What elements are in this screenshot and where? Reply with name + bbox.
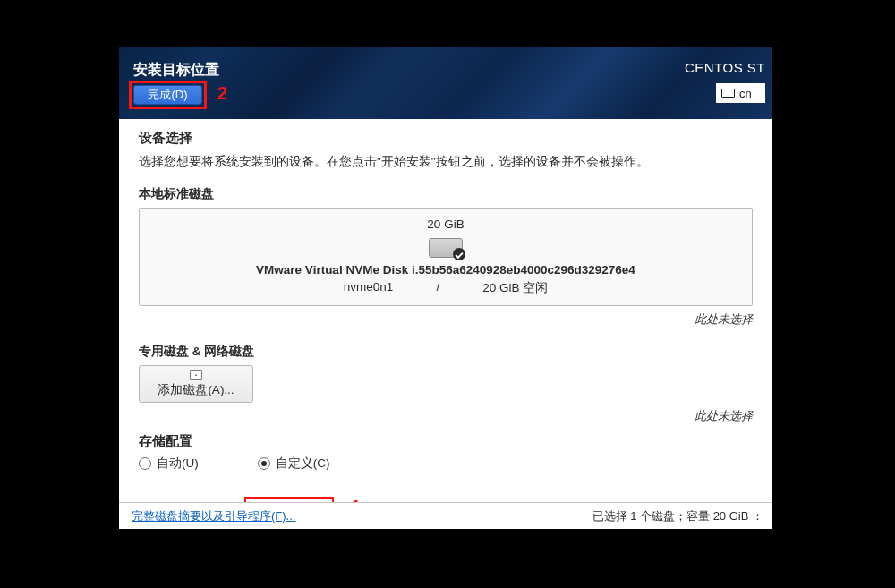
- page-title: 安装目标位置: [133, 61, 219, 80]
- keyboard-icon: [721, 89, 735, 98]
- device-select-desc: 选择您想要将系统安装到的设备。在您点击"开始安装"按钮之前，选择的设备并不会被操…: [139, 154, 753, 170]
- disk-size: 20 GiB: [154, 217, 737, 231]
- annotation-marker-2: 2: [217, 83, 227, 104]
- radio-custom-indicator: [258, 457, 270, 470]
- distro-brand: CENTOS ST: [685, 60, 765, 75]
- body: 设备选择 选择您想要将系统安装到的设备。在您点击"开始安装"按钮之前，选择的设备…: [119, 119, 772, 502]
- radio-auto-indicator: [139, 457, 151, 470]
- special-disks-none-note: 此处未选择: [139, 408, 753, 424]
- disk-dev: nvme0n1: [344, 280, 394, 296]
- add-disk-label: 添加磁盘(A)...: [158, 382, 234, 398]
- add-disk-button[interactable]: 添加磁盘(A)...: [139, 365, 253, 403]
- local-disks-label: 本地标准磁盘: [139, 186, 753, 202]
- disk-sep: /: [436, 280, 439, 296]
- keyboard-layout-label: cn: [739, 87, 752, 100]
- add-disk-icon: [190, 370, 202, 380]
- radio-auto-label: 自动(U): [157, 456, 199, 472]
- hard-disk-icon: [429, 238, 463, 258]
- local-disks-none-note: 此处未选择: [139, 311, 753, 328]
- annotation-box-2: 完成(D): [129, 81, 207, 109]
- done-button[interactable]: 完成(D): [133, 85, 202, 105]
- disk-name: VMware Virtual NVMe Disk i.55b56a6240928…: [154, 263, 737, 277]
- installer-window: 安装目标位置 完成(D) 2 CENTOS ST cn 设备选择 选择您想要将系…: [119, 47, 772, 529]
- disk-details-row: nvme0n1 / 20 GiB 空闲: [154, 280, 737, 296]
- radio-auto[interactable]: 自动(U): [139, 456, 199, 472]
- local-disk-item[interactable]: 20 GiB VMware Virtual NVMe Disk i.55b56a…: [139, 208, 753, 306]
- radio-custom-label: 自定义(C): [276, 456, 330, 472]
- header: 安装目标位置 完成(D) 2 CENTOS ST cn: [119, 47, 772, 119]
- full-disk-summary-link[interactable]: 完整磁盘摘要以及引导程序(F)...: [132, 508, 295, 524]
- special-disks-label: 专用磁盘 & 网络磁盘: [139, 344, 753, 360]
- disk-free: 20 GiB 空闲: [482, 280, 548, 296]
- device-select-title: 设备选择: [139, 130, 753, 147]
- selection-summary: 已选择 1 个磁盘；容量 20 GiB ：: [592, 508, 763, 524]
- keyboard-layout-indicator[interactable]: cn: [716, 83, 765, 103]
- storage-config-radio-row: 自动(U) 自定义(C): [139, 456, 753, 472]
- footer: 完整磁盘摘要以及引导程序(F)... 已选择 1 个磁盘；容量 20 GiB ：: [119, 502, 772, 529]
- radio-custom[interactable]: 自定义(C): [258, 456, 330, 472]
- storage-config-title: 存储配置: [139, 433, 753, 450]
